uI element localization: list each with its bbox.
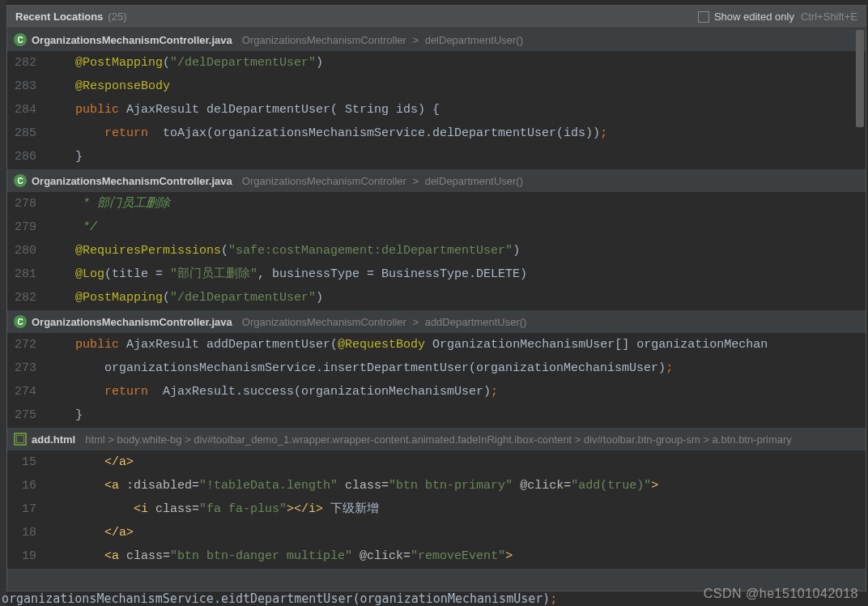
- code-line[interactable]: 17 <i class="fa fa-plus"></i> 下级新增: [7, 497, 866, 521]
- code-line[interactable]: 275 }: [7, 403, 866, 427]
- popup-count: (25): [108, 11, 126, 23]
- code-preview[interactable]: 278 * 部门员工删除279 */280 @RequiresPermissio…: [7, 192, 866, 309]
- entry-header[interactable]: COrganizationsMechanismController.javaOr…: [7, 310, 866, 333]
- code-line[interactable]: 278 * 部门员工删除: [7, 192, 866, 216]
- entry-header[interactable]: add.htmlhtml > body.white-bg > div#toolb…: [7, 428, 866, 450]
- location-entry[interactable]: add.htmlhtml > body.white-bg > div#toolb…: [7, 428, 866, 569]
- entry-file-name: add.html: [32, 433, 75, 446]
- line-number: 273: [7, 356, 46, 380]
- line-number: 279: [7, 216, 46, 239]
- vertical-scrollbar-thumb[interactable]: [856, 30, 864, 127]
- code-line[interactable]: 281 @Log(title = "部门员工删除", businessType …: [7, 262, 866, 286]
- code-text: public AjaxResult addDepartmentUser(@Req…: [46, 333, 866, 356]
- code-text: </a>: [46, 450, 866, 474]
- editor-gutter-behind: [0, 0, 6, 606]
- line-number: 282: [7, 51, 46, 75]
- code-line[interactable]: 18 </a>: [7, 521, 866, 544]
- line-number: 275: [7, 403, 46, 427]
- line-number: 285: [7, 122, 46, 145]
- code-preview[interactable]: 15 </a>16 <a :disabled="!tableData.lengt…: [7, 450, 866, 568]
- code-line[interactable]: 286 }: [7, 145, 866, 169]
- entry-breadcrumb: OrganizationsMechanismController > delDe…: [242, 34, 523, 46]
- line-number: 283: [7, 75, 46, 98]
- line-number: 281: [7, 262, 46, 286]
- entry-file-name: OrganizationsMechanismController.java: [32, 316, 232, 328]
- code-line[interactable]: 280 @RequiresPermissions("safe:costManag…: [7, 239, 866, 262]
- code-text: organizationsMechanismService.insertDepa…: [46, 356, 866, 380]
- line-number: 15: [7, 450, 46, 474]
- show-edited-only-checkbox[interactable]: [698, 11, 709, 23]
- line-number: 278: [7, 192, 46, 216]
- popup-title: Recent Locations: [15, 11, 103, 23]
- code-line[interactable]: 282 @PostMapping("/delDepartmentUser"): [7, 51, 866, 75]
- popup-content: COrganizationsMechanismController.javaOr…: [7, 28, 866, 591]
- code-text: */: [46, 216, 866, 239]
- code-line[interactable]: 282 @PostMapping("/delDepartmentUser"): [7, 286, 866, 309]
- code-line[interactable]: 15 </a>: [7, 450, 866, 474]
- code-line[interactable]: 272 public AjaxResult addDepartmentUser(…: [7, 333, 866, 356]
- code-text: }: [46, 145, 866, 169]
- editor-partial-line: organizationsMechanismService.eidtDepart…: [0, 591, 868, 606]
- line-number: 280: [7, 239, 46, 262]
- line-number: 17: [7, 497, 46, 521]
- line-number: 19: [7, 544, 46, 568]
- code-line[interactable]: 19 <a class="btn btn-danger multiple" @c…: [7, 544, 866, 568]
- entry-file-name: OrganizationsMechanismController.java: [32, 34, 232, 46]
- entry-header[interactable]: COrganizationsMechanismController.javaOr…: [7, 169, 866, 192]
- line-number: 286: [7, 145, 46, 169]
- code-line[interactable]: 284 public AjaxResult delDepartmentUser(…: [7, 98, 866, 122]
- shortcut-hint: Ctrl+Shift+E: [801, 11, 857, 23]
- code-text: @Log(title = "部门员工删除", businessType = Bu…: [46, 262, 866, 286]
- line-number: 18: [7, 521, 46, 544]
- code-text: @PostMapping("/delDepartmentUser"): [46, 286, 866, 309]
- location-entry[interactable]: COrganizationsMechanismController.javaOr…: [7, 169, 866, 310]
- java-class-icon: C: [14, 315, 27, 328]
- code-text: public AjaxResult delDepartmentUser( Str…: [46, 98, 866, 122]
- line-number: 16: [7, 474, 46, 497]
- line-number: 282: [7, 286, 46, 309]
- show-edited-only-label: Show edited only: [714, 11, 794, 23]
- code-text: return toAjax(organizationsMechanismServ…: [46, 122, 866, 145]
- entry-breadcrumb: OrganizationsMechanismController > addDe…: [242, 316, 527, 328]
- code-text: <a class="btn btn-danger multiple" @clic…: [46, 544, 866, 568]
- code-text: * 部门员工删除: [46, 192, 866, 216]
- line-number: 284: [7, 98, 46, 122]
- java-class-icon: C: [14, 33, 27, 46]
- popup-header: Recent Locations (25) Show edited only C…: [7, 6, 866, 28]
- code-text: }: [46, 403, 866, 427]
- code-text: return AjaxResult.success(organizationMe…: [46, 380, 866, 403]
- line-number: 272: [7, 333, 46, 356]
- code-preview[interactable]: 282 @PostMapping("/delDepartmentUser")28…: [7, 51, 866, 169]
- html-file-icon: [14, 433, 27, 446]
- line-number: 274: [7, 380, 46, 403]
- location-entry[interactable]: COrganizationsMechanismController.javaOr…: [7, 28, 866, 169]
- recent-locations-popup: Recent Locations (25) Show edited only C…: [6, 5, 866, 591]
- code-text: @ResponseBody: [46, 75, 866, 98]
- code-text: @RequiresPermissions("safe:costManagemen…: [46, 239, 866, 262]
- code-text: @PostMapping("/delDepartmentUser"): [46, 51, 866, 75]
- entry-breadcrumb: OrganizationsMechanismController > delDe…: [242, 175, 523, 187]
- code-text: <a :disabled="!tableData.length" class="…: [46, 474, 866, 497]
- location-entry[interactable]: COrganizationsMechanismController.javaOr…: [7, 310, 866, 428]
- entry-header[interactable]: COrganizationsMechanismController.javaOr…: [7, 28, 866, 51]
- code-line[interactable]: 283 @ResponseBody: [7, 75, 866, 98]
- entry-file-name: OrganizationsMechanismController.java: [32, 175, 232, 187]
- code-line[interactable]: 16 <a :disabled="!tableData.length" clas…: [7, 474, 866, 497]
- code-text: </a>: [46, 521, 866, 544]
- code-preview[interactable]: 272 public AjaxResult addDepartmentUser(…: [7, 333, 866, 427]
- code-text: <i class="fa fa-plus"></i> 下级新增: [46, 497, 866, 521]
- code-line[interactable]: 274 return AjaxResult.success(organizati…: [7, 380, 866, 403]
- code-line[interactable]: 273 organizationsMechanismService.insert…: [7, 356, 866, 380]
- entry-breadcrumb: html > body.white-bg > div#toolbar_demo_…: [85, 433, 792, 446]
- code-line[interactable]: 279 */: [7, 216, 866, 239]
- java-class-icon: C: [14, 174, 27, 187]
- code-line[interactable]: 285 return toAjax(organizationsMechanism…: [7, 122, 866, 145]
